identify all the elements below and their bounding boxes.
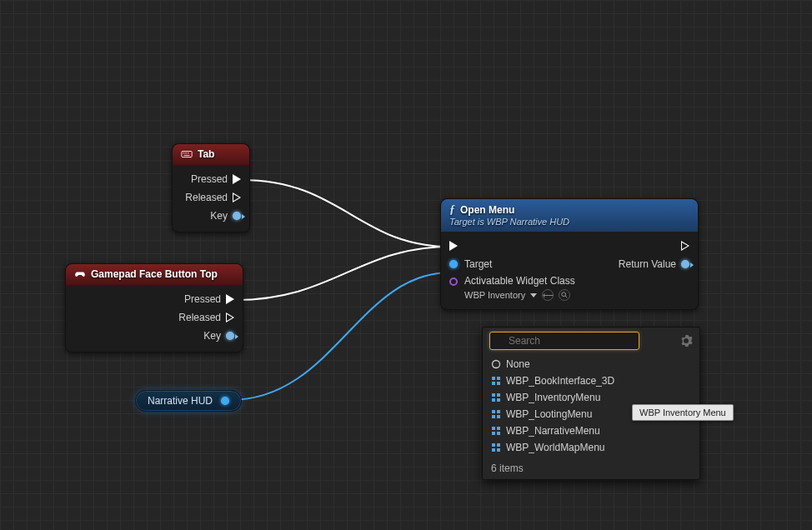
- svg-rect-4: [184, 155, 190, 156]
- svg-rect-15: [497, 393, 500, 397]
- data-pin-target[interactable]: [449, 260, 458, 268]
- search-icon: [561, 292, 568, 298]
- data-pin-key[interactable]: [233, 212, 241, 220]
- data-pin-return[interactable]: [681, 260, 689, 268]
- class-picker-popup[interactable]: NoneWBP_BookInterface_3DWBP_InventoryMen…: [482, 327, 700, 480]
- use-selected-button[interactable]: ⟵: [542, 289, 554, 301]
- pin-label-target: Target: [464, 258, 492, 270]
- pin-label-pressed: Pressed: [191, 173, 228, 185]
- data-pin-out[interactable]: [221, 397, 229, 405]
- exec-pin-released[interactable]: [233, 192, 241, 202]
- chevron-down-icon[interactable]: [530, 293, 537, 298]
- svg-rect-12: [492, 382, 495, 385]
- blueprint-icon: [491, 409, 501, 419]
- asset-label: None: [506, 358, 530, 370]
- svg-rect-19: [497, 410, 500, 413]
- blueprint-icon: [491, 392, 501, 402]
- blueprint-icon: [491, 376, 501, 386]
- svg-rect-26: [492, 443, 495, 447]
- asset-item[interactable]: WBP_WorldMapMenu: [483, 439, 699, 456]
- asset-item[interactable]: WBP_BookInterface_3D: [483, 372, 699, 389]
- browse-button[interactable]: [559, 289, 570, 301]
- node-body: Target Return Value Activatable Widget C…: [441, 232, 698, 309]
- node-body: Pressed Released Key: [66, 285, 243, 352]
- data-pin-key[interactable]: [226, 332, 234, 340]
- blueprint-icon: [491, 426, 501, 436]
- node-header[interactable]: Gamepad Face Button Top: [66, 264, 243, 285]
- svg-rect-10: [492, 377, 495, 380]
- gamepad-icon: [74, 268, 86, 280]
- svg-point-9: [493, 361, 500, 368]
- picker-footer: 6 items: [483, 458, 699, 479]
- svg-rect-24: [492, 432, 495, 435]
- svg-rect-1: [183, 152, 185, 153]
- node-variable-narrative-hud[interactable]: Narrative HUD: [135, 390, 242, 412]
- asset-item[interactable]: WBP_NarrativeMenu: [483, 422, 699, 439]
- asset-label: WBP_BookInterface_3D: [506, 375, 614, 387]
- node-open-menu[interactable]: ƒ Open Menu Target is WBP Narrative HUD …: [440, 198, 699, 310]
- svg-rect-28: [492, 448, 495, 452]
- function-icon: ƒ: [449, 203, 455, 217]
- node-gamepad-face-top[interactable]: Gamepad Face Button Top Pressed Released…: [65, 263, 243, 352]
- asset-item[interactable]: WBP_InventoryMenu: [483, 389, 699, 406]
- svg-rect-25: [497, 432, 500, 435]
- pin-label-key: Key: [210, 210, 228, 222]
- asset-label: WBP_LootingMenu: [506, 408, 592, 420]
- svg-rect-17: [497, 398, 500, 402]
- keyboard-icon: [181, 148, 193, 160]
- svg-rect-18: [492, 410, 495, 413]
- svg-rect-16: [492, 398, 495, 402]
- node-subtitle: Target is WBP Narrative HUD: [449, 217, 689, 227]
- data-pin-widget-class[interactable]: [449, 278, 458, 286]
- node-header[interactable]: Tab: [173, 144, 249, 165]
- asset-item[interactable]: None: [483, 356, 699, 372]
- svg-point-5: [562, 292, 566, 297]
- asset-label: WBP_WorldMapMenu: [506, 442, 605, 453]
- svg-rect-0: [182, 152, 192, 158]
- svg-rect-13: [497, 382, 500, 385]
- svg-rect-14: [492, 393, 495, 397]
- node-title: Tab: [198, 148, 214, 160]
- node-body: Pressed Released Key: [173, 165, 249, 232]
- exec-pin-in[interactable]: [449, 241, 458, 251]
- asset-label: WBP_NarrativeMenu: [506, 425, 600, 437]
- pin-label-key: Key: [203, 330, 221, 342]
- tooltip: WBP Inventory Menu: [632, 404, 734, 421]
- svg-rect-29: [497, 448, 500, 452]
- svg-rect-21: [497, 415, 500, 418]
- exec-pin-pressed[interactable]: [226, 294, 234, 304]
- svg-rect-11: [497, 377, 500, 380]
- pin-label-widget-class: Activatable Widget Class: [464, 275, 575, 287]
- svg-line-6: [565, 296, 567, 298]
- exec-pin-out[interactable]: [681, 241, 689, 251]
- widget-class-value[interactable]: WBP Inventory: [464, 290, 525, 300]
- svg-rect-22: [492, 427, 495, 430]
- gear-icon[interactable]: [679, 334, 693, 348]
- pin-label-return: Return Value: [619, 258, 676, 270]
- asset-label: WBP_InventoryMenu: [506, 392, 600, 403]
- node-header[interactable]: ƒ Open Menu Target is WBP Narrative HUD: [441, 199, 698, 232]
- pin-label-released: Released: [178, 312, 221, 323]
- exec-pin-pressed[interactable]: [233, 174, 241, 184]
- node-tab-key[interactable]: Tab Pressed Released Key: [172, 143, 250, 232]
- pin-label-pressed: Pressed: [184, 293, 221, 305]
- svg-rect-3: [188, 152, 189, 153]
- svg-rect-2: [185, 152, 187, 153]
- svg-rect-20: [492, 415, 495, 418]
- search-input[interactable]: [489, 332, 639, 350]
- blueprint-icon: [491, 442, 501, 452]
- node-title: Gamepad Face Button Top: [91, 268, 218, 280]
- svg-rect-23: [497, 427, 500, 430]
- pin-label-released: Released: [185, 192, 228, 203]
- none-icon: [491, 359, 501, 369]
- exec-pin-released[interactable]: [226, 312, 234, 322]
- variable-label: Narrative HUD: [148, 395, 213, 407]
- svg-rect-27: [497, 443, 500, 447]
- node-title: Open Menu: [460, 204, 514, 216]
